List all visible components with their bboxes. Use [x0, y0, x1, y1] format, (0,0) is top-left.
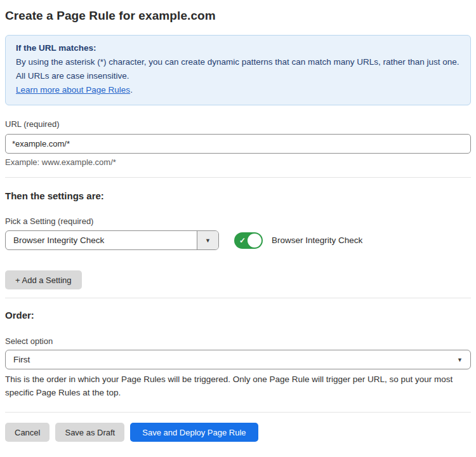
- caret-down-icon: ▼: [457, 357, 463, 363]
- order-description: This is the order in which your Page Rul…: [5, 373, 470, 399]
- save-deploy-button[interactable]: Save and Deploy Page Rule: [130, 423, 258, 442]
- url-label: URL (required): [5, 119, 471, 129]
- settings-section-heading: Then the settings are:: [5, 190, 471, 201]
- divider: [5, 298, 471, 298]
- select-option-label: Select option: [5, 336, 471, 346]
- info-box-heading: If the URL matches:: [16, 41, 460, 55]
- setting-toggle[interactable]: ✓: [234, 232, 263, 249]
- save-draft-button[interactable]: Save as Draft: [55, 423, 124, 442]
- info-box-body: By using the asterisk (*) character, you…: [16, 55, 460, 83]
- add-setting-button[interactable]: + Add a Setting: [5, 270, 82, 289]
- learn-more-link[interactable]: Learn more about Page Rules: [16, 85, 130, 95]
- page-title: Create a Page Rule for example.com: [5, 9, 471, 23]
- toggle-knob: [248, 234, 261, 248]
- caret-down-icon[interactable]: ▼: [197, 231, 218, 249]
- url-matches-info-box: If the URL matches: By using the asteris…: [5, 35, 471, 105]
- footer-actions: Cancel Save as Draft Save and Deploy Pag…: [5, 423, 471, 442]
- url-input[interactable]: [5, 134, 471, 154]
- setting-row: Browser Integrity Check ▼ ✓ Browser Inte…: [5, 230, 471, 250]
- link-suffix: .: [130, 85, 133, 95]
- divider: [5, 412, 471, 413]
- order-select-value: First: [13, 355, 30, 364]
- cancel-button[interactable]: Cancel: [5, 423, 50, 442]
- check-icon: ✓: [239, 236, 246, 244]
- toggle-label: Browser Integrity Check: [272, 235, 362, 245]
- create-page-rule-form: Create a Page Rule for example.com If th…: [0, 9, 476, 442]
- setting-select-value: Browser Integrity Check: [6, 231, 197, 249]
- order-section-heading: Order:: [5, 310, 471, 321]
- setting-select[interactable]: Browser Integrity Check ▼: [5, 230, 219, 250]
- pick-setting-label: Pick a Setting (required): [5, 216, 471, 226]
- url-example-helper: Example: www.example.com/*: [5, 157, 471, 167]
- info-link-row: Learn more about Page Rules.: [16, 83, 460, 97]
- order-select[interactable]: First ▼: [5, 350, 471, 369]
- divider: [5, 177, 471, 178]
